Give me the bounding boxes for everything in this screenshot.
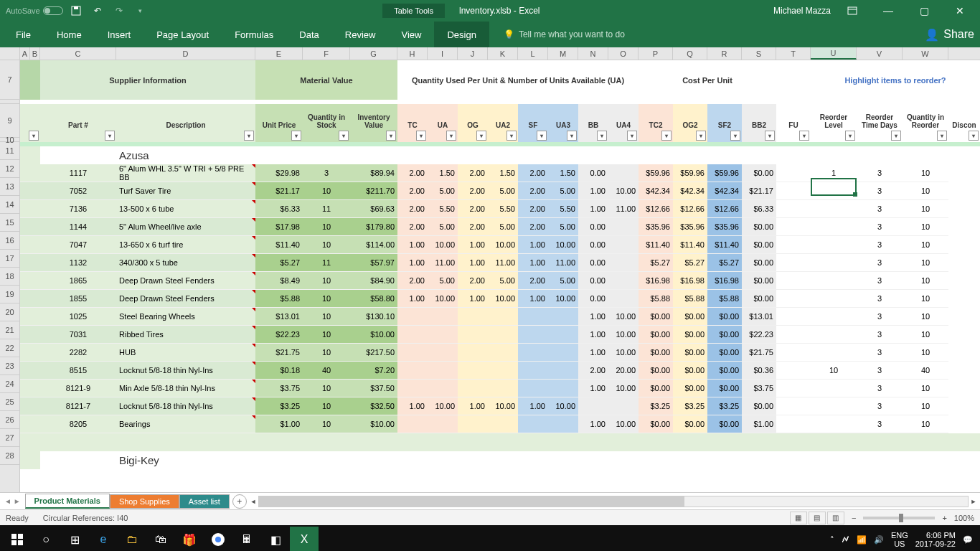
cell[interactable]: $42.34 [673, 182, 707, 200]
cell[interactable]: $0.00 [673, 308, 707, 326]
cell[interactable] [458, 380, 488, 397]
cell[interactable]: $0.00 [742, 272, 776, 290]
cell[interactable]: 2.00 [518, 272, 548, 290]
tab-file[interactable]: File [3, 22, 44, 47]
cell[interactable]: $0.00 [673, 362, 707, 380]
cell[interactable]: 1.50 [548, 164, 578, 182]
cell[interactable]: 1.00 [578, 182, 608, 200]
column-header[interactable]: P [639, 47, 673, 60]
cell[interactable]: 10 [903, 200, 948, 218]
horizontal-scrollbar[interactable]: ◄ ► [258, 496, 969, 507]
cell[interactable] [811, 380, 857, 397]
column-subheader[interactable]: SF [518, 104, 548, 142]
cell[interactable]: 10 [303, 308, 350, 326]
cell[interactable] [428, 380, 458, 397]
cell[interactable] [608, 164, 639, 182]
cell[interactable]: 7047 [40, 236, 116, 254]
cell[interactable] [548, 415, 578, 433]
row-header[interactable]: 25 [0, 393, 19, 411]
cell[interactable] [20, 236, 40, 254]
cell[interactable] [397, 415, 428, 433]
cell[interactable] [776, 397, 811, 415]
cell[interactable]: $21.75 [742, 344, 776, 362]
zoom-level[interactable]: 100% [954, 514, 974, 522]
cell[interactable]: Min Axle 5/8-18 thin Nyl-Ins [116, 380, 255, 397]
cell[interactable]: Turf Saver Tire [116, 182, 255, 200]
ribbon-options-icon[interactable] [838, 1, 867, 21]
cell[interactable]: $5.88 [639, 290, 673, 308]
cell[interactable]: 2.00 [518, 200, 548, 218]
column-header[interactable]: G [350, 47, 397, 60]
column-subheader[interactable]: OG2 [673, 104, 707, 142]
cell[interactable]: 5.00 [488, 272, 518, 290]
cell[interactable]: 10 [303, 344, 350, 362]
cell[interactable]: 1.00 [518, 397, 548, 415]
row-header[interactable]: 18 [0, 268, 19, 286]
cell[interactable]: 3 [857, 415, 903, 433]
cell[interactable]: 2.00 [458, 218, 488, 236]
chrome-icon[interactable] [204, 527, 232, 551]
cell[interactable] [811, 182, 857, 200]
action-center-icon[interactable]: 💬 [963, 535, 973, 545]
cell[interactable] [20, 60, 40, 100]
column-header[interactable]: Q [673, 47, 707, 60]
cell[interactable]: $35.96 [673, 218, 707, 236]
cell[interactable] [488, 380, 518, 397]
column-header[interactable]: J [458, 47, 488, 60]
cell[interactable]: 1.00 [518, 254, 548, 272]
cell[interactable]: 2.00 [458, 272, 488, 290]
cell[interactable] [428, 326, 458, 344]
cell[interactable]: $59.96 [639, 164, 673, 182]
cell[interactable] [776, 326, 811, 344]
cell[interactable] [776, 380, 811, 397]
cell[interactable]: 1.00 [578, 308, 608, 326]
cell[interactable] [458, 415, 488, 433]
cell[interactable]: 3 [857, 254, 903, 272]
cell[interactable] [811, 397, 857, 415]
row-header[interactable]: 16 [0, 232, 19, 250]
cell[interactable]: 3 [857, 272, 903, 290]
cell[interactable]: $22.23 [742, 326, 776, 344]
cell[interactable]: 8121-9 [40, 380, 116, 397]
cell[interactable]: 1025 [40, 308, 116, 326]
app-icon[interactable]: 🎁 [175, 527, 204, 551]
cell[interactable] [397, 326, 428, 344]
cell[interactable]: 10 [903, 236, 948, 254]
cell[interactable] [811, 218, 857, 236]
supplier-group-title[interactable]: Bigi-Key [116, 451, 255, 469]
cell[interactable]: 340/300 x 5 tube [116, 254, 255, 272]
cell[interactable]: 10 [903, 397, 948, 415]
cell[interactable] [458, 308, 488, 326]
header-material[interactable]: Material Value [255, 60, 397, 100]
cell[interactable]: 1.00 [578, 415, 608, 433]
cell[interactable]: $0.00 [742, 218, 776, 236]
cell[interactable] [20, 415, 40, 433]
cell[interactable]: 10 [903, 290, 948, 308]
cell[interactable]: 10 [303, 236, 350, 254]
row-header[interactable]: 13 [0, 178, 19, 196]
cell[interactable]: $5.27 [639, 254, 673, 272]
cell[interactable]: $0.00 [742, 290, 776, 308]
cell[interactable]: 10.00 [608, 182, 639, 200]
column-subheader[interactable]: Reorder Time Days [857, 104, 903, 142]
cell[interactable]: Steel Bearing Wheels [116, 308, 255, 326]
cell[interactable] [20, 182, 40, 200]
cell[interactable] [20, 308, 40, 326]
column-subheader[interactable]: Quantity in Stock [303, 104, 350, 142]
cell[interactable] [811, 290, 857, 308]
cell[interactable] [488, 308, 518, 326]
cell[interactable]: 0.00 [578, 164, 608, 182]
column-header[interactable]: A [20, 47, 30, 60]
cell[interactable]: 10.00 [428, 290, 458, 308]
autosave-toggle[interactable]: AutoSave [6, 6, 63, 15]
cell[interactable]: $0.00 [673, 344, 707, 362]
cell[interactable] [488, 326, 518, 344]
cell[interactable]: 1.00 [578, 200, 608, 218]
sheet-tab-product-materials[interactable]: Product Materials [25, 494, 110, 509]
cell[interactable]: $3.25 [673, 397, 707, 415]
cell[interactable]: Ribbed Tires [116, 326, 255, 344]
cell[interactable] [811, 254, 857, 272]
column-header[interactable]: E [255, 47, 303, 60]
cell[interactable]: 8515 [40, 362, 116, 380]
cell[interactable]: 3 [303, 164, 350, 182]
